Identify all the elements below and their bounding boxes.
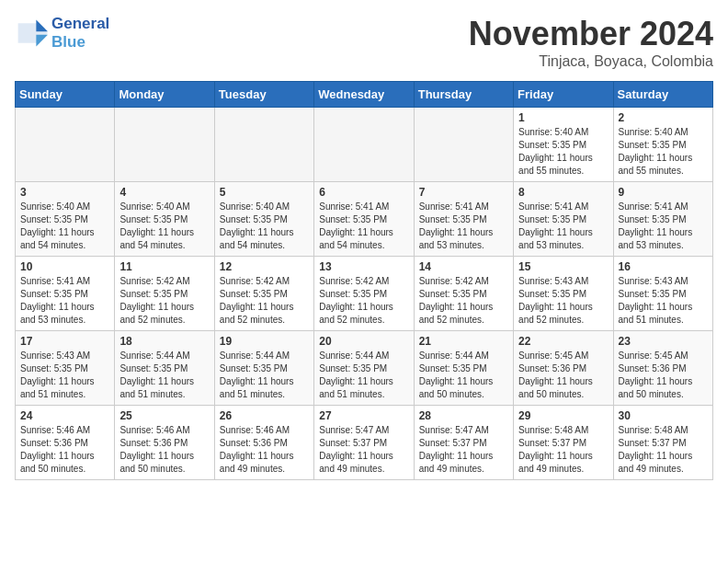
day-info: Sunrise: 5:44 AM Sunset: 5:35 PM Dayligh… [119,350,209,401]
calendar-cell: 30Sunrise: 5:48 AM Sunset: 5:37 PM Dayli… [613,406,712,480]
day-info: Sunrise: 5:41 AM Sunset: 5:35 PM Dayligh… [419,201,508,252]
day-number: 27 [319,409,408,422]
day-number: 7 [419,186,508,199]
calendar-table: SundayMondayTuesdayWednesdayThursdayFrid… [15,81,713,480]
day-number: 25 [119,409,209,422]
calendar-cell [414,108,513,182]
calendar-cell: 16Sunrise: 5:43 AM Sunset: 5:35 PM Dayli… [613,257,712,331]
calendar-week-row: 17Sunrise: 5:43 AM Sunset: 5:35 PM Dayli… [16,331,713,406]
day-number: 5 [220,186,309,199]
calendar-cell: 29Sunrise: 5:48 AM Sunset: 5:37 PM Dayli… [514,406,613,480]
day-number: 12 [220,260,309,273]
day-info: Sunrise: 5:47 AM Sunset: 5:37 PM Dayligh… [319,424,408,476]
day-info: Sunrise: 5:42 AM Sunset: 5:35 PM Dayligh… [419,275,508,327]
calendar-cell: 23Sunrise: 5:45 AM Sunset: 5:36 PM Dayli… [613,331,712,406]
day-number: 9 [619,186,708,199]
day-info: Sunrise: 5:42 AM Sunset: 5:35 PM Dayligh… [319,275,408,327]
day-info: Sunrise: 5:48 AM Sunset: 5:37 PM Dayligh… [518,424,608,476]
calendar-cell: 14Sunrise: 5:42 AM Sunset: 5:35 PM Dayli… [414,257,513,331]
day-info: Sunrise: 5:47 AM Sunset: 5:37 PM Dayligh… [419,424,508,476]
calendar-cell: 19Sunrise: 5:44 AM Sunset: 5:35 PM Dayli… [214,331,313,406]
calendar-cell: 13Sunrise: 5:42 AM Sunset: 5:35 PM Dayli… [314,257,414,331]
calendar-header-row: SundayMondayTuesdayWednesdayThursdayFrid… [16,82,713,108]
day-info: Sunrise: 5:44 AM Sunset: 5:35 PM Dayligh… [419,350,508,401]
day-info: Sunrise: 5:43 AM Sunset: 5:35 PM Dayligh… [619,275,708,327]
month-title: November 2024 [469,15,713,53]
calendar-cell: 3Sunrise: 5:40 AM Sunset: 5:35 PM Daylig… [16,182,115,257]
calendar-cell: 12Sunrise: 5:42 AM Sunset: 5:35 PM Dayli… [214,257,313,331]
day-info: Sunrise: 5:41 AM Sunset: 5:35 PM Dayligh… [518,201,608,252]
calendar-cell: 10Sunrise: 5:41 AM Sunset: 5:35 PM Dayli… [16,257,115,331]
calendar-cell: 24Sunrise: 5:46 AM Sunset: 5:36 PM Dayli… [16,406,115,480]
day-info: Sunrise: 5:43 AM Sunset: 5:35 PM Dayligh… [518,275,608,327]
calendar-cell: 22Sunrise: 5:45 AM Sunset: 5:36 PM Dayli… [514,331,613,406]
day-number: 10 [20,260,109,273]
calendar-cell: 4Sunrise: 5:40 AM Sunset: 5:35 PM Daylig… [115,182,214,257]
calendar-cell: 1Sunrise: 5:40 AM Sunset: 5:35 PM Daylig… [514,108,613,182]
day-number: 3 [20,186,109,199]
calendar-cell: 2Sunrise: 5:40 AM Sunset: 5:35 PM Daylig… [613,108,712,182]
calendar-cell: 7Sunrise: 5:41 AM Sunset: 5:35 PM Daylig… [414,182,513,257]
day-number: 28 [419,409,508,422]
calendar-cell: 6Sunrise: 5:41 AM Sunset: 5:35 PM Daylig… [314,182,414,257]
calendar-cell: 5Sunrise: 5:40 AM Sunset: 5:35 PM Daylig… [214,182,313,257]
day-number: 29 [518,409,608,422]
day-info: Sunrise: 5:42 AM Sunset: 5:35 PM Dayligh… [220,275,309,327]
calendar-cell: 8Sunrise: 5:41 AM Sunset: 5:35 PM Daylig… [514,182,613,257]
day-number: 8 [518,186,608,199]
calendar-cell: 9Sunrise: 5:41 AM Sunset: 5:35 PM Daylig… [613,182,712,257]
day-number: 2 [619,111,708,124]
column-header-saturday: Saturday [613,82,712,108]
day-info: Sunrise: 5:46 AM Sunset: 5:36 PM Dayligh… [220,424,309,476]
logo-icon [15,17,48,50]
day-number: 20 [319,335,408,348]
column-header-wednesday: Wednesday [314,82,414,108]
column-header-tuesday: Tuesday [214,82,313,108]
day-number: 30 [619,409,708,422]
day-number: 18 [119,335,209,348]
day-info: Sunrise: 5:40 AM Sunset: 5:35 PM Dayligh… [518,126,608,178]
day-info: Sunrise: 5:40 AM Sunset: 5:35 PM Dayligh… [619,126,708,178]
day-info: Sunrise: 5:43 AM Sunset: 5:35 PM Dayligh… [20,350,109,401]
svg-marker-2 [36,19,48,31]
day-number: 15 [518,260,608,273]
calendar-cell: 11Sunrise: 5:42 AM Sunset: 5:35 PM Dayli… [115,257,214,331]
calendar-cell [16,108,115,182]
logo-text: General Blue [51,15,109,51]
calendar-cell: 27Sunrise: 5:47 AM Sunset: 5:37 PM Dayli… [314,406,414,480]
day-number: 1 [518,111,608,124]
day-info: Sunrise: 5:45 AM Sunset: 5:36 PM Dayligh… [619,350,708,401]
svg-marker-1 [18,23,48,43]
calendar-cell: 18Sunrise: 5:44 AM Sunset: 5:35 PM Dayli… [115,331,214,406]
day-info: Sunrise: 5:44 AM Sunset: 5:35 PM Dayligh… [319,350,408,401]
column-header-monday: Monday [115,82,214,108]
day-info: Sunrise: 5:41 AM Sunset: 5:35 PM Dayligh… [619,201,708,252]
calendar-cell: 21Sunrise: 5:44 AM Sunset: 5:35 PM Dayli… [414,331,513,406]
day-info: Sunrise: 5:41 AM Sunset: 5:35 PM Dayligh… [319,201,408,252]
location-subtitle: Tinjaca, Boyaca, Colombia [469,53,713,70]
day-info: Sunrise: 5:40 AM Sunset: 5:35 PM Dayligh… [119,201,209,252]
day-info: Sunrise: 5:40 AM Sunset: 5:35 PM Dayligh… [220,201,309,252]
day-number: 21 [419,335,508,348]
day-info: Sunrise: 5:44 AM Sunset: 5:35 PM Dayligh… [220,350,309,401]
column-header-friday: Friday [514,82,613,108]
calendar-cell: 15Sunrise: 5:43 AM Sunset: 5:35 PM Dayli… [514,257,613,331]
calendar-cell [214,108,313,182]
calendar-cell: 20Sunrise: 5:44 AM Sunset: 5:35 PM Dayli… [314,331,414,406]
day-info: Sunrise: 5:48 AM Sunset: 5:37 PM Dayligh… [619,424,708,476]
calendar-cell: 25Sunrise: 5:46 AM Sunset: 5:36 PM Dayli… [115,406,214,480]
day-info: Sunrise: 5:40 AM Sunset: 5:35 PM Dayligh… [20,201,109,252]
calendar-cell [314,108,414,182]
calendar-week-row: 10Sunrise: 5:41 AM Sunset: 5:35 PM Dayli… [16,257,713,331]
day-info: Sunrise: 5:41 AM Sunset: 5:35 PM Dayligh… [20,275,109,327]
day-info: Sunrise: 5:42 AM Sunset: 5:35 PM Dayligh… [119,275,209,327]
calendar-cell: 26Sunrise: 5:46 AM Sunset: 5:36 PM Dayli… [214,406,313,480]
calendar-cell [115,108,214,182]
day-number: 11 [119,260,209,273]
calendar-cell: 17Sunrise: 5:43 AM Sunset: 5:35 PM Dayli… [16,331,115,406]
day-info: Sunrise: 5:46 AM Sunset: 5:36 PM Dayligh… [119,424,209,476]
day-number: 24 [20,409,109,422]
svg-marker-3 [36,34,48,46]
calendar-week-row: 3Sunrise: 5:40 AM Sunset: 5:35 PM Daylig… [16,182,713,257]
day-number: 13 [319,260,408,273]
